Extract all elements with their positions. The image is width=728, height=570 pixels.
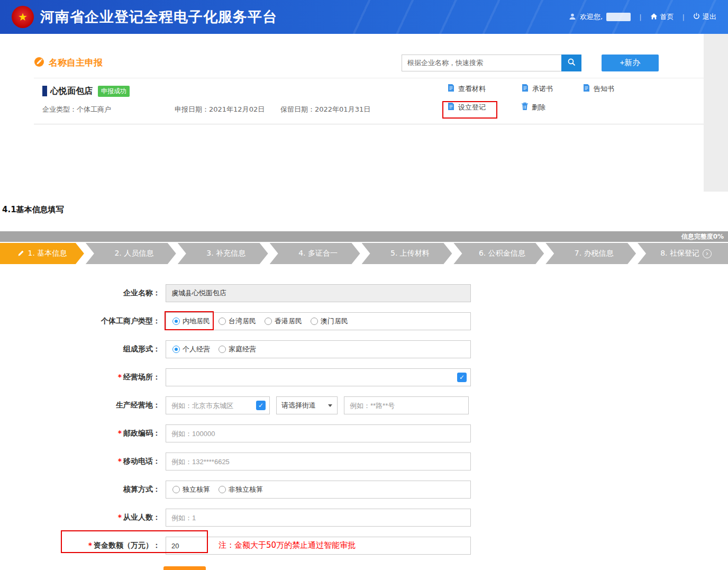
wizard: 信息完整度0% 1. 基本信息 2. 人员信息 3. 补充信息 4. 多证合一 …	[0, 231, 728, 264]
step-social-security[interactable]: 8. 社保登记 ›	[638, 243, 728, 264]
document-icon	[521, 84, 529, 94]
accounting-method-row: 核算方式： 独立核算 非独立核算	[0, 481, 728, 499]
production-detail-input[interactable]	[344, 396, 469, 414]
document-icon	[447, 84, 455, 94]
notice-label: 告知书	[594, 84, 614, 94]
completeness-bar: 信息完整度0%	[0, 231, 728, 242]
radio-dot	[172, 346, 180, 353]
step-basic-info[interactable]: 1. 基本信息	[0, 243, 84, 264]
national-emblem-icon: ★	[12, 6, 34, 28]
radio-mainland-resident[interactable]: 内地居民	[172, 316, 210, 326]
radio-independent-accounting[interactable]: 独立核算	[172, 485, 210, 494]
step-upload-materials[interactable]: 5. 上传材料	[362, 243, 452, 264]
radio-macau-resident[interactable]: 澳门居民	[311, 316, 348, 326]
new-application-button[interactable]: +新办	[602, 55, 659, 71]
declare-date-text: 申报日期：2021年12月02日	[175, 105, 280, 114]
redacted-username	[606, 13, 631, 21]
radio-taiwan-resident[interactable]: 台湾居民	[219, 316, 256, 326]
step-supplementary-info[interactable]: 3. 补充信息	[178, 243, 268, 264]
mobile-phone-label: *移动电话：	[0, 457, 166, 466]
employee-count-input[interactable]	[166, 509, 471, 527]
commitment-label: 承诺书	[532, 84, 553, 94]
record-company-name: 心悦面包店	[50, 86, 93, 97]
accounting-method-label: 核算方式：	[0, 485, 166, 494]
postal-code-label: *邮政编码：	[0, 429, 166, 438]
capital-amount-wrap: 注：金额大于50万的禁止通过智能审批	[166, 537, 471, 555]
radio-non-independent-accounting[interactable]: 非独立核算	[219, 485, 263, 494]
step-label: 6. 公积金信息	[479, 249, 525, 258]
declaration-edit-icon	[34, 57, 44, 69]
page: ★ 河南省企业登记全程电子化服务平台 欢迎您, | 首页 | 退出	[0, 0, 728, 570]
commitment-link[interactable]: 承诺书	[521, 84, 583, 94]
step-label: 8. 社保登记	[660, 249, 699, 258]
capital-amount-row: *资金数额（万元）： 注：金额大于50万的禁止通过智能审批	[0, 537, 728, 555]
radio-hongkong-resident[interactable]: 香港居民	[265, 316, 302, 326]
accounting-method-group: 独立核算 非独立核算	[166, 481, 471, 499]
production-place-controls: ✓ 请选择街道	[166, 396, 469, 414]
search-button[interactable]	[561, 55, 581, 71]
composition-label: 组成形式：	[0, 345, 166, 354]
delete-label: 删除	[532, 103, 545, 112]
employee-count-row: *从业人数：	[0, 509, 728, 527]
capital-amount-input[interactable]	[166, 537, 471, 555]
view-materials-label: 查看材料	[458, 84, 486, 94]
retain-date-text: 保留日期：2022年01月31日	[280, 105, 370, 114]
save-button-partial[interactable]	[163, 566, 206, 570]
search-icon	[567, 58, 576, 68]
company-name-row: 企业名称：	[0, 284, 728, 302]
redacted-prefix	[42, 86, 47, 96]
address-picker-icon[interactable]: ✓	[457, 373, 467, 382]
chevron-right-circle-icon[interactable]: ›	[703, 249, 712, 258]
radio-dot	[172, 486, 180, 493]
home-link[interactable]: 首页	[650, 12, 674, 22]
record-actions: 查看材料 承诺书 告知书 设立登记 删除	[447, 84, 614, 112]
mobile-phone-input[interactable]	[166, 453, 471, 471]
step-tax-info[interactable]: 7. 办税信息	[545, 243, 636, 264]
basic-info-form: 企业名称： 个体工商户类型： 内地居民 台湾居民 香港居民 澳门居民 组成形式：…	[0, 284, 728, 565]
panel-header: 名称自主申报 +新办	[34, 48, 704, 78]
radio-dot	[219, 486, 226, 493]
chevron-down-icon	[328, 404, 332, 407]
radio-dot	[219, 346, 226, 353]
completeness-text: 信息完整度0%	[681, 233, 724, 240]
logout-link[interactable]: 退出	[693, 12, 716, 22]
section-heading: 4.1基本信息填写	[2, 205, 64, 215]
view-materials-link[interactable]: 查看材料	[447, 84, 521, 94]
production-city-input[interactable]	[166, 396, 270, 414]
radio-dot	[172, 318, 180, 325]
setup-registration-link[interactable]: 设立登记	[447, 102, 521, 112]
header-user-area: 欢迎您, | 首页 | 退出	[569, 12, 716, 22]
step-housing-fund-info[interactable]: 6. 公积金信息	[453, 243, 544, 264]
notice-link[interactable]: 告知书	[583, 84, 614, 94]
company-name-label: 企业名称：	[0, 288, 166, 298]
search-input[interactable]	[402, 55, 561, 71]
search-group	[402, 55, 581, 71]
document-icon	[447, 102, 455, 112]
step-multi-certificate[interactable]: 4. 多证合一	[270, 243, 360, 264]
business-place-wrap: ✓	[166, 368, 471, 386]
company-type-text: 企业类型：个体工商户	[42, 105, 175, 114]
radio-dot	[265, 318, 272, 325]
business-place-input[interactable]	[166, 368, 471, 386]
home-link-label: 首页	[660, 12, 674, 22]
delete-link[interactable]: 删除	[521, 102, 583, 112]
radio-dot	[311, 318, 318, 325]
step-personnel-info[interactable]: 2. 人员信息	[86, 243, 176, 264]
city-picker-icon[interactable]: ✓	[256, 401, 266, 410]
radio-family-operation[interactable]: 家庭经营	[219, 345, 256, 354]
composition-row: 组成形式： 个人经营 家庭经营	[0, 340, 728, 358]
company-name-input[interactable]	[166, 284, 471, 302]
step-label: 5. 上传材料	[390, 249, 430, 258]
name-declaration-panel: 名称自主申报 +新办 心悦面包店 申报成功 企业类型：个体工商户 申报日期：20…	[34, 48, 704, 124]
app-header: ★ 河南省企业登记全程电子化服务平台 欢迎您, | 首页 | 退出	[0, 0, 728, 34]
postal-code-input[interactable]	[166, 424, 471, 442]
radio-dot	[219, 318, 226, 325]
radio-individual-operation[interactable]: 个人经营	[172, 345, 210, 354]
user-icon	[569, 13, 576, 22]
street-select[interactable]: 请选择街道	[276, 396, 338, 414]
wizard-steps: 1. 基本信息 2. 人员信息 3. 补充信息 4. 多证合一 5. 上传材料 …	[0, 243, 728, 264]
business-place-row: *经营场所： ✓	[0, 368, 728, 386]
panel-title: 名称自主申报	[49, 57, 103, 69]
street-select-value: 请选择街道	[281, 401, 316, 410]
production-city-wrap: ✓	[166, 396, 270, 414]
